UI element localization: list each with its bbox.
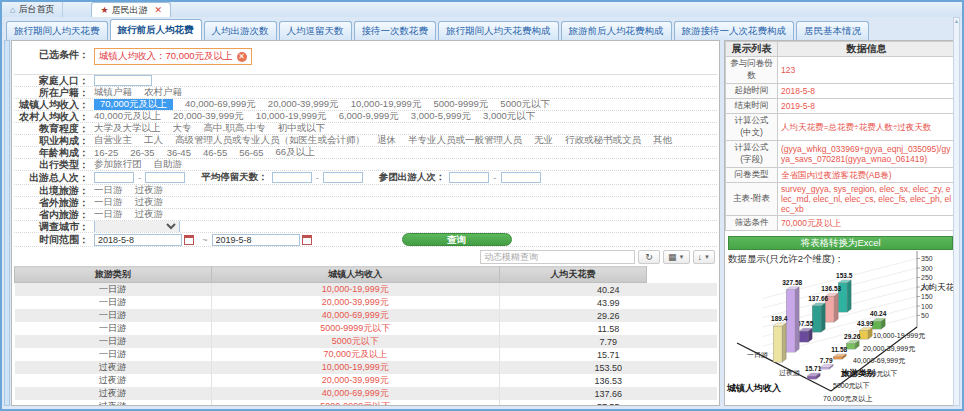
tab-report-2[interactable]: 人均出游次数 bbox=[204, 21, 277, 40]
filter-option[interactable]: 过夜游 bbox=[135, 209, 164, 221]
filter-option[interactable]: 初中或以下 bbox=[278, 123, 326, 135]
filter-option[interactable]: 40,000-69,999元 bbox=[185, 99, 256, 111]
filter-option[interactable]: 36-45 bbox=[167, 147, 191, 158]
table-row[interactable]: 一日游20,000-39,999元43.99 bbox=[15, 296, 718, 309]
range-max-input[interactable] bbox=[323, 172, 363, 183]
table-row[interactable]: 过夜游5000-9999元以下57.55 bbox=[15, 400, 718, 406]
filter-option[interactable]: 半专业人员或一般管理人员 bbox=[408, 135, 522, 147]
travel-type-cell: 一日游 bbox=[15, 322, 212, 335]
filter-option[interactable]: 退休 bbox=[377, 135, 396, 147]
filter-option[interactable]: 高中.职高.中专 bbox=[204, 123, 266, 135]
filter-option[interactable]: 一日游 bbox=[94, 185, 123, 197]
tab-report-4[interactable]: 接待一次数花费 bbox=[354, 21, 437, 40]
filter-row-10: 省外旅游：一日游过夜游 bbox=[14, 197, 717, 209]
filter-option[interactable]: 5000-9999元 bbox=[433, 99, 488, 111]
filter-option[interactable]: 过夜游 bbox=[135, 185, 164, 197]
table-row[interactable]: 一日游70,000元及以上15.71 bbox=[15, 348, 718, 361]
tab-report-7[interactable]: 旅游接待一人次花费构成 bbox=[674, 21, 795, 40]
table-row[interactable]: 一日游40,000-69,999元29.26 bbox=[15, 309, 718, 322]
filter-option[interactable]: 农村户籍 bbox=[144, 87, 182, 99]
filter-option[interactable]: 大学及大学以上 bbox=[94, 123, 161, 135]
travel-type-cell: 过夜游 bbox=[15, 361, 212, 374]
filter-label: 出行类型： bbox=[14, 159, 94, 171]
tab-report-5[interactable]: 旅行期间人均天花费构成 bbox=[438, 21, 559, 40]
range-min-input[interactable] bbox=[94, 172, 134, 183]
export-button[interactable]: ↓ ▼ bbox=[693, 250, 715, 264]
calendar-icon[interactable] bbox=[302, 235, 312, 245]
filter-option[interactable]: 过夜游 bbox=[135, 197, 164, 209]
range-min-input[interactable] bbox=[272, 172, 312, 183]
collapsed-sidebar[interactable] bbox=[4, 40, 10, 406]
spend-3d-bar-chart: 50100150200250300350人均天花费10,000-19,999元2… bbox=[724, 233, 956, 403]
filter-option[interactable]: 20,000-39,999元 bbox=[268, 99, 339, 111]
filter-option[interactable]: 一日游 bbox=[94, 209, 123, 221]
filter-option[interactable]: 行政或秘书或文员 bbox=[565, 135, 641, 147]
table-header-cell[interactable]: 旅游类别 bbox=[15, 267, 212, 283]
filter-label: 农村人均收入： bbox=[14, 111, 94, 123]
filter-option[interactable]: 20,000-39,999元 bbox=[173, 111, 244, 123]
family-size-input[interactable] bbox=[94, 75, 152, 86]
filter-row-13: 时间范围：~查询 bbox=[14, 233, 717, 247]
filter-option[interactable]: 3,000-5,999元 bbox=[411, 111, 471, 123]
svg-text:70,000元及以上: 70,000元及以上 bbox=[823, 395, 872, 402]
vertical-scrollbar[interactable]: ▲ bbox=[953, 17, 960, 406]
remove-condition-icon[interactable]: ✕ bbox=[237, 52, 247, 62]
range-min-input[interactable] bbox=[449, 172, 489, 183]
filter-option[interactable]: 46-55 bbox=[203, 147, 227, 158]
filter-option[interactable]: 56-65 bbox=[239, 147, 263, 158]
query-button[interactable]: 查询 bbox=[402, 233, 512, 246]
tab-report-3[interactable]: 人均逗留天数 bbox=[279, 21, 352, 40]
range-max-input[interactable] bbox=[145, 172, 185, 183]
info-col2-header: 数据信息 bbox=[778, 42, 956, 57]
date-from-input[interactable] bbox=[94, 234, 182, 246]
date-to-input[interactable] bbox=[212, 234, 300, 246]
refresh-button[interactable]: ↻ bbox=[638, 250, 660, 264]
table-row[interactable]: 过夜游10,000-19,999元153.50 bbox=[15, 361, 718, 374]
range-max-input[interactable] bbox=[501, 172, 541, 183]
survey-city-select[interactable] bbox=[94, 221, 180, 233]
filter-option[interactable]: 40,000元及以上 bbox=[94, 111, 161, 123]
tab-backend-home[interactable]: ⌂ 后台首页 bbox=[2, 2, 63, 17]
filter-option[interactable]: 大专 bbox=[173, 123, 192, 135]
spend-value-cell: 11.58 bbox=[499, 322, 717, 335]
filter-option[interactable]: 66及以上 bbox=[276, 147, 315, 159]
calendar-icon[interactable] bbox=[184, 235, 194, 245]
income-range-cell: 40,000-69,999元 bbox=[211, 387, 499, 400]
filter-option[interactable]: 无业 bbox=[534, 135, 553, 147]
filter-option[interactable]: 5000元以下 bbox=[500, 99, 550, 111]
table-row[interactable]: 一日游5000元以下7.79 bbox=[15, 335, 718, 348]
tab-report-6[interactable]: 旅游前后人均花费构成 bbox=[561, 21, 672, 40]
info-table: 展示列表 数据信息 参与问卷份数123起始时间2018-5-8结束时间2019-… bbox=[725, 41, 956, 231]
filter-option[interactable]: 其他 bbox=[653, 135, 672, 147]
filter-option[interactable]: 26-35 bbox=[130, 147, 154, 158]
table-row[interactable]: 一日游10,000-19,999元40.24 bbox=[15, 283, 718, 297]
table-row[interactable]: 一日游5000-9999元以下11.58 bbox=[15, 322, 718, 335]
columns-button[interactable]: ▦ ▼ bbox=[663, 250, 689, 264]
filter-option[interactable]: 自助游 bbox=[154, 159, 183, 171]
filter-option[interactable]: 工人 bbox=[144, 135, 163, 147]
close-tab-icon[interactable]: ✕ bbox=[155, 5, 163, 15]
table-row[interactable]: 过夜游40,000-69,999元137.66 bbox=[15, 387, 718, 400]
tab-report-0[interactable]: 旅行期间人均天花费 bbox=[6, 21, 108, 40]
travel-type-cell: 一日游 bbox=[15, 348, 212, 361]
filter-option[interactable]: 城镇户籍 bbox=[94, 87, 132, 99]
filter-option[interactable]: 16-25 bbox=[94, 147, 118, 158]
fuzzy-search-input[interactable] bbox=[480, 250, 635, 264]
filter-option[interactable]: 70,000元及以上 bbox=[94, 99, 173, 111]
filter-option[interactable]: 10,000-19,999元 bbox=[351, 99, 422, 111]
table-row[interactable]: 过夜游20,000-39,999元136.53 bbox=[15, 374, 718, 387]
filter-option[interactable]: 10,000-19,999元 bbox=[256, 111, 327, 123]
tab-report-8[interactable]: 居民基本情况 bbox=[796, 21, 869, 40]
tab-resident-travel[interactable]: ★ 居民出游 ✕ bbox=[91, 2, 171, 17]
filter-option[interactable]: 参加旅行团 bbox=[94, 159, 142, 171]
table-header-cell[interactable]: 人均天花费 bbox=[499, 267, 647, 283]
filter-option[interactable]: 3,000元以下 bbox=[483, 111, 535, 123]
filter-option[interactable]: 自营业主 bbox=[94, 135, 132, 147]
filter-option[interactable]: 一日游 bbox=[94, 197, 123, 209]
filter-option[interactable]: 6,000-9,999元 bbox=[339, 111, 399, 123]
star-icon: ★ bbox=[100, 5, 108, 15]
tab-report-1[interactable]: 旅行前后人均花费 bbox=[110, 19, 202, 40]
table-header-cell[interactable]: 城镇人均收入 bbox=[211, 267, 499, 283]
filter-option[interactable]: 高级管理人员或专业人员（如医生或会计师） bbox=[175, 135, 365, 147]
columns-icon: ▦ bbox=[668, 252, 677, 262]
